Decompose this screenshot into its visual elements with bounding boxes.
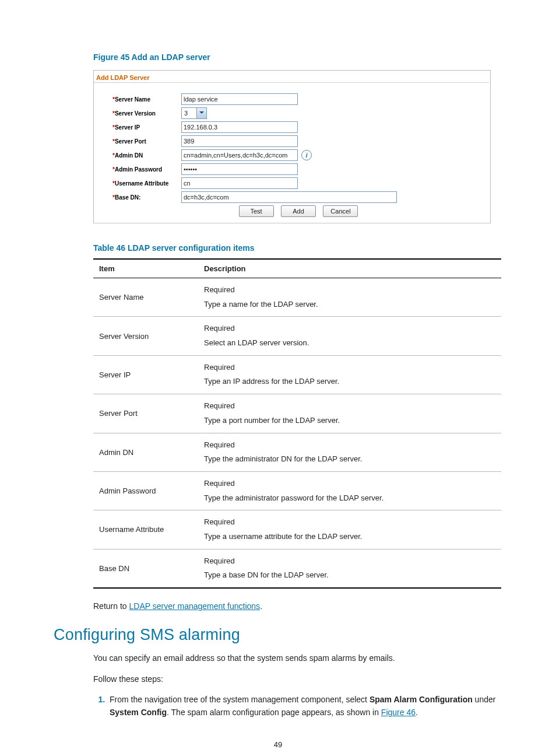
table-row: Username AttributeRequiredType a usernam… — [93, 510, 501, 549]
ldap-add-screenshot: Add LDAP Server *Server Name *Server Ver… — [93, 70, 491, 223]
cell-description: RequiredType an IP address for the LDAP … — [198, 355, 501, 394]
cell-description: RequiredType a name for the LDAP server. — [198, 278, 501, 317]
server-port-input[interactable] — [181, 135, 298, 147]
label-server-name: *Server Name — [112, 96, 181, 103]
cell-item: Server Port — [93, 394, 198, 433]
cell-item: Server Name — [93, 278, 198, 317]
label-username-attribute: *Username Attribute — [112, 180, 181, 187]
chevron-down-icon[interactable] — [197, 107, 207, 119]
cancel-button[interactable]: Cancel — [323, 205, 358, 217]
table-row: Admin PasswordRequiredType the administr… — [93, 471, 501, 510]
admin-password-input[interactable] — [181, 163, 298, 175]
cell-item: Username Attribute — [93, 510, 198, 549]
table-row: Server VersionRequiredSelect an LDAP ser… — [93, 317, 501, 355]
cell-item: Server IP — [93, 355, 198, 394]
info-icon[interactable]: i — [301, 150, 312, 160]
cell-description: RequiredType a base DN for the LDAP serv… — [198, 549, 501, 588]
table-row: Base DNRequiredType a base DN for the LD… — [93, 549, 501, 588]
table-row: Admin DNRequiredType the administrator D… — [93, 433, 501, 471]
config-items-table: Item Description Server NameRequiredType… — [93, 258, 501, 589]
section-heading: Configuring SMS alarming — [54, 626, 502, 644]
cell-item: Server Version — [93, 317, 198, 355]
cell-item: Admin Password — [93, 471, 198, 510]
test-button[interactable]: Test — [239, 205, 274, 217]
admin-dn-input[interactable] — [181, 149, 298, 161]
username-attribute-input[interactable] — [181, 177, 298, 189]
cell-description: RequiredType the administrator password … — [198, 471, 501, 510]
label-server-ip: *Server IP — [112, 124, 181, 131]
figure-46-link[interactable]: Figure 46 — [381, 708, 416, 717]
steps-intro: Follow these steps: — [93, 673, 502, 686]
th-description: Description — [198, 259, 501, 278]
step-1: From the navigation tree of the system m… — [107, 694, 502, 719]
label-server-port: *Server Port — [112, 138, 181, 145]
cell-description: RequiredType a port number for the LDAP … — [198, 394, 501, 433]
table-row: Server NameRequiredType a name for the L… — [93, 278, 501, 317]
server-version-select[interactable] — [181, 107, 197, 119]
cell-item: Base DN — [93, 549, 198, 588]
return-line: Return to LDAP server management functio… — [93, 601, 502, 611]
cell-item: Admin DN — [93, 433, 198, 471]
table-row: Server IPRequiredType an IP address for … — [93, 355, 501, 394]
table-row: Server PortRequiredType a port number fo… — [93, 394, 501, 433]
table-caption: Table 46 LDAP server configuration items — [93, 243, 502, 253]
server-name-input[interactable] — [181, 93, 298, 105]
label-admin-password: *Admin Password — [112, 166, 181, 173]
page-number: 49 — [54, 740, 502, 749]
figure-caption: Figure 45 Add an LDAP server — [93, 52, 502, 62]
panel-title: Add LDAP Server — [94, 71, 490, 82]
base-dn-input[interactable] — [181, 191, 397, 203]
ldap-management-link[interactable]: LDAP server management functions — [129, 601, 260, 611]
cell-description: RequiredType the administrator DN for th… — [198, 433, 501, 471]
label-admin-dn: *Admin DN — [112, 152, 181, 159]
th-item: Item — [93, 259, 198, 278]
cell-description: RequiredType a username attribute for th… — [198, 510, 501, 549]
add-button[interactable]: Add — [281, 205, 316, 217]
label-base-dn: *Base DN: — [112, 194, 181, 201]
intro-paragraph: You can specify an email address so that… — [93, 652, 502, 665]
server-ip-input[interactable] — [181, 121, 298, 133]
cell-description: RequiredSelect an LDAP server version. — [198, 317, 501, 355]
divider — [94, 82, 489, 83]
label-server-version: *Server Version — [112, 110, 181, 117]
